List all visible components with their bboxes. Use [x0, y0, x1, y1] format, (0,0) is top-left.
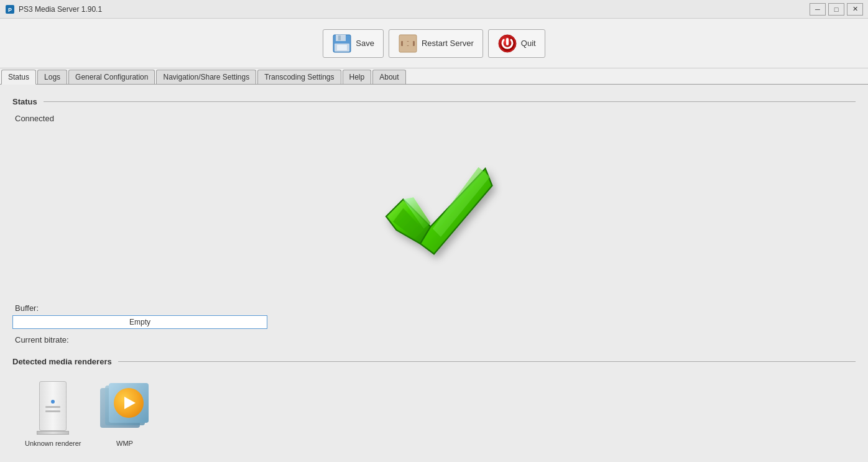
buffer-value: Empty — [129, 318, 150, 326]
tab-about[interactable]: About — [372, 70, 405, 84]
svg-rect-6 — [337, 45, 347, 50]
renderer-wmp[interactable]: WMP — [100, 380, 150, 447]
tab-help[interactable]: Help — [343, 70, 372, 84]
status-section: Status Connected — [12, 97, 856, 123]
close-button[interactable]: ✕ — [847, 3, 863, 16]
connected-checkmark — [366, 148, 502, 285]
renderers-title: Detected media renderers — [12, 357, 112, 366]
connected-text: Connected — [12, 114, 856, 123]
save-label: Save — [356, 39, 374, 48]
renderers-section: Detected media renderers — [12, 357, 856, 453]
tab-logs[interactable]: Logs — [37, 70, 67, 84]
title-bar-left: P PS3 Media Server 1.90.1 — [5, 4, 102, 14]
svg-text:P: P — [8, 7, 12, 13]
renderers-grid: Unknown renderer — [12, 374, 856, 453]
main-content: Status Connected — [0, 85, 868, 462]
status-panel: Status Connected — [0, 85, 868, 462]
restart-icon — [398, 34, 418, 53]
tab-transcoding[interactable]: Transcoding Settings — [257, 70, 341, 84]
bitrate-label: Current bitrate: — [12, 335, 856, 344]
window-controls: ─ □ ✕ — [810, 3, 863, 16]
restart-label: Restart Server — [422, 39, 474, 48]
restart-button[interactable]: Restart Server — [389, 29, 483, 58]
svg-rect-13 — [506, 38, 509, 45]
wmp-front — [109, 383, 149, 423]
wmp-circle — [114, 388, 144, 418]
app-icon: P — [5, 4, 15, 14]
status-divider — [44, 101, 856, 102]
tower-slot-1 — [45, 406, 60, 408]
svg-rect-4 — [338, 35, 341, 40]
wmp-play-icon — [124, 397, 136, 409]
buffer-label: Buffer: — [12, 303, 856, 313]
renderers-divider — [118, 361, 856, 362]
status-header: Status — [12, 97, 856, 106]
wmp-icon — [100, 380, 150, 436]
tab-status[interactable]: Status — [1, 70, 36, 85]
status-title: Status — [12, 97, 37, 106]
tower-base — [37, 431, 69, 435]
save-icon — [332, 34, 352, 53]
renderers-header: Detected media renderers — [12, 357, 856, 366]
app-title: PS3 Media Server 1.90.1 — [19, 5, 102, 14]
quit-icon — [497, 34, 517, 53]
toolbar: Save Restart Server — [0, 19, 868, 68]
renderer-unknown[interactable]: Unknown renderer — [25, 380, 81, 447]
wmp-label: WMP — [116, 440, 133, 447]
buffer-bar: Empty — [12, 315, 267, 329]
wmp-container — [100, 383, 150, 433]
quit-label: Quit — [521, 39, 536, 48]
tab-navigation[interactable]: Navigation/Share Settings — [156, 70, 256, 84]
tab-bar: Status Logs General Configuration Naviga… — [0, 68, 868, 85]
save-button[interactable]: Save — [323, 29, 384, 58]
maximize-button[interactable]: □ — [828, 3, 844, 16]
tab-general[interactable]: General Configuration — [68, 70, 155, 84]
title-bar: P PS3 Media Server 1.90.1 ─ □ ✕ — [0, 0, 868, 19]
quit-button[interactable]: Quit — [488, 29, 545, 58]
buffer-section: Buffer: Empty Current bitrate: — [12, 303, 856, 344]
unknown-renderer-icon — [28, 380, 78, 436]
checkmark-area — [12, 136, 856, 303]
tower-slot-2 — [45, 410, 60, 412]
svg-marker-17 — [433, 167, 490, 237]
tower-body — [39, 381, 67, 431]
tower-light — [51, 400, 55, 404]
unknown-renderer-label: Unknown renderer — [25, 440, 81, 447]
minimize-button[interactable]: ─ — [810, 3, 826, 16]
